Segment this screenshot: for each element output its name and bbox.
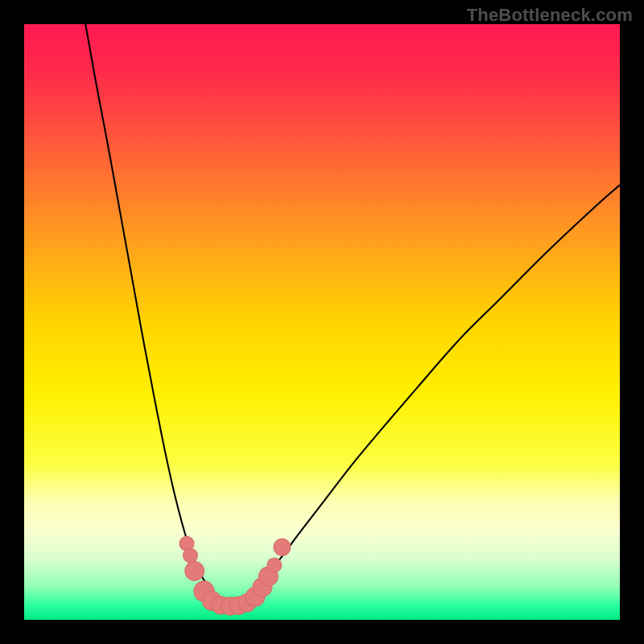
- chart-frame: TheBottleneck.com: [0, 0, 644, 644]
- curve-marker: [185, 561, 204, 580]
- watermark-text: TheBottleneck.com: [467, 5, 633, 26]
- curve-marker: [267, 558, 282, 572]
- left-curve: [85, 24, 233, 606]
- right-curve: [233, 185, 620, 606]
- plot-area: [24, 24, 620, 620]
- curve-marker: [274, 539, 291, 555]
- curve-marker: [184, 548, 198, 563]
- curves-layer: [24, 24, 620, 620]
- curve-markers: [180, 536, 291, 615]
